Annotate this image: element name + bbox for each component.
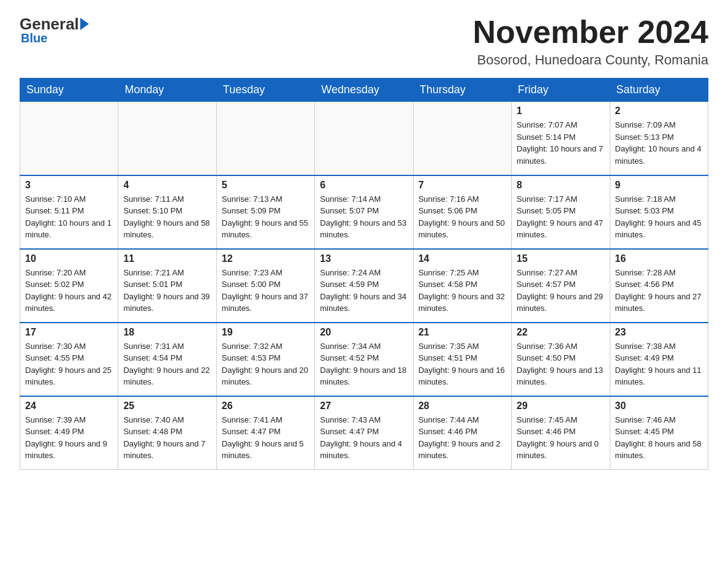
table-row: 29 Sunrise: 7:45 AMSunset: 4:46 PMDaylig…	[512, 396, 610, 470]
calendar-table: Sunday Monday Tuesday Wednesday Thursday…	[20, 78, 708, 470]
day-info: Sunrise: 7:36 AMSunset: 4:50 PMDaylight:…	[517, 342, 603, 387]
day-info: Sunrise: 7:25 AMSunset: 4:58 PMDaylight:…	[419, 268, 505, 313]
day-info: Sunrise: 7:14 AMSunset: 5:07 PMDaylight:…	[320, 194, 406, 240]
month-year-title: November 2024	[473, 15, 708, 50]
day-info: Sunrise: 7:43 AMSunset: 4:47 PMDaylight:…	[320, 415, 402, 461]
col-saturday: Saturday	[610, 79, 708, 102]
table-row: 18 Sunrise: 7:31 AMSunset: 4:54 PMDaylig…	[118, 323, 216, 396]
table-row: 6 Sunrise: 7:14 AMSunset: 5:07 PMDayligh…	[315, 175, 413, 249]
day-number: 15	[517, 253, 604, 264]
table-row	[20, 102, 118, 175]
week-row-4: 17 Sunrise: 7:30 AMSunset: 4:55 PMDaylig…	[20, 323, 708, 396]
table-row: 23 Sunrise: 7:38 AMSunset: 4:49 PMDaylig…	[610, 323, 708, 396]
col-wednesday: Wednesday	[315, 79, 413, 102]
day-number: 13	[320, 253, 408, 264]
table-row: 20 Sunrise: 7:34 AMSunset: 4:52 PMDaylig…	[315, 323, 413, 396]
table-row	[315, 102, 413, 175]
day-number: 14	[419, 253, 506, 264]
day-info: Sunrise: 7:28 AMSunset: 4:56 PMDaylight:…	[615, 268, 702, 313]
day-info: Sunrise: 7:10 AMSunset: 5:11 PMDaylight:…	[25, 194, 112, 240]
day-info: Sunrise: 7:07 AMSunset: 5:14 PMDaylight:…	[517, 120, 603, 166]
location-subtitle: Bosorod, Hunedoara County, Romania	[473, 52, 708, 68]
table-row: 22 Sunrise: 7:36 AMSunset: 4:50 PMDaylig…	[512, 323, 610, 396]
table-row: 10 Sunrise: 7:20 AMSunset: 5:02 PMDaylig…	[20, 249, 118, 323]
day-number: 25	[123, 400, 211, 412]
table-row: 11 Sunrise: 7:21 AMSunset: 5:01 PMDaylig…	[118, 249, 216, 323]
logo-arrow-icon	[80, 18, 89, 30]
day-info: Sunrise: 7:17 AMSunset: 5:05 PMDaylight:…	[517, 194, 603, 240]
table-row: 16 Sunrise: 7:28 AMSunset: 4:56 PMDaylig…	[610, 249, 708, 323]
day-number: 7	[419, 180, 506, 191]
table-row: 3 Sunrise: 7:10 AMSunset: 5:11 PMDayligh…	[20, 175, 118, 249]
day-number: 17	[25, 327, 113, 338]
day-number: 20	[320, 327, 408, 338]
table-row: 14 Sunrise: 7:25 AMSunset: 4:58 PMDaylig…	[413, 249, 511, 323]
table-row: 8 Sunrise: 7:17 AMSunset: 5:05 PMDayligh…	[512, 175, 610, 249]
table-row: 26 Sunrise: 7:41 AMSunset: 4:47 PMDaylig…	[216, 396, 314, 470]
table-row: 30 Sunrise: 7:46 AMSunset: 4:45 PMDaylig…	[610, 396, 708, 470]
day-info: Sunrise: 7:45 AMSunset: 4:46 PMDaylight:…	[517, 415, 599, 461]
day-number: 6	[320, 180, 408, 191]
week-row-2: 3 Sunrise: 7:10 AMSunset: 5:11 PMDayligh…	[20, 175, 708, 249]
day-number: 18	[123, 327, 211, 338]
day-info: Sunrise: 7:13 AMSunset: 5:09 PMDaylight:…	[222, 194, 308, 240]
table-row: 28 Sunrise: 7:44 AMSunset: 4:46 PMDaylig…	[413, 396, 511, 470]
day-info: Sunrise: 7:46 AMSunset: 4:45 PMDaylight:…	[615, 415, 702, 461]
day-number: 3	[25, 180, 113, 191]
day-number: 5	[222, 180, 309, 191]
day-number: 24	[25, 400, 113, 412]
table-row: 17 Sunrise: 7:30 AMSunset: 4:55 PMDaylig…	[20, 323, 118, 396]
week-row-5: 24 Sunrise: 7:39 AMSunset: 4:49 PMDaylig…	[20, 396, 708, 470]
col-tuesday: Tuesday	[216, 79, 314, 102]
day-info: Sunrise: 7:32 AMSunset: 4:53 PMDaylight:…	[222, 342, 308, 387]
table-row: 21 Sunrise: 7:35 AMSunset: 4:51 PMDaylig…	[413, 323, 511, 396]
day-info: Sunrise: 7:20 AMSunset: 5:02 PMDaylight:…	[25, 268, 112, 313]
day-number: 19	[222, 327, 309, 338]
table-row: 24 Sunrise: 7:39 AMSunset: 4:49 PMDaylig…	[20, 396, 118, 470]
day-info: Sunrise: 7:41 AMSunset: 4:47 PMDaylight:…	[222, 415, 304, 461]
table-row	[118, 102, 216, 175]
table-row: 27 Sunrise: 7:43 AMSunset: 4:47 PMDaylig…	[315, 396, 413, 470]
table-row: 4 Sunrise: 7:11 AMSunset: 5:10 PMDayligh…	[118, 175, 216, 249]
day-info: Sunrise: 7:16 AMSunset: 5:06 PMDaylight:…	[419, 194, 505, 240]
day-info: Sunrise: 7:23 AMSunset: 5:00 PMDaylight:…	[222, 268, 308, 313]
table-row	[413, 102, 511, 175]
day-info: Sunrise: 7:40 AMSunset: 4:48 PMDaylight:…	[123, 415, 205, 461]
logo-blue-text: Blue	[21, 31, 47, 45]
table-row: 7 Sunrise: 7:16 AMSunset: 5:06 PMDayligh…	[413, 175, 511, 249]
table-row: 19 Sunrise: 7:32 AMSunset: 4:53 PMDaylig…	[216, 323, 314, 396]
calendar-header-row: Sunday Monday Tuesday Wednesday Thursday…	[20, 79, 708, 102]
day-info: Sunrise: 7:39 AMSunset: 4:49 PMDaylight:…	[25, 415, 107, 461]
table-row: 13 Sunrise: 7:24 AMSunset: 4:59 PMDaylig…	[315, 249, 413, 323]
logo: General Blue	[20, 15, 89, 45]
col-monday: Monday	[118, 79, 216, 102]
col-friday: Friday	[512, 79, 610, 102]
table-row: 2 Sunrise: 7:09 AMSunset: 5:13 PMDayligh…	[610, 102, 708, 175]
table-row: 12 Sunrise: 7:23 AMSunset: 5:00 PMDaylig…	[216, 249, 314, 323]
day-info: Sunrise: 7:18 AMSunset: 5:03 PMDaylight:…	[615, 194, 702, 240]
day-number: 30	[615, 400, 703, 412]
table-row: 9 Sunrise: 7:18 AMSunset: 5:03 PMDayligh…	[610, 175, 708, 249]
day-number: 10	[25, 253, 113, 264]
day-number: 21	[419, 327, 506, 338]
table-row: 5 Sunrise: 7:13 AMSunset: 5:09 PMDayligh…	[216, 175, 314, 249]
table-row	[216, 102, 314, 175]
day-info: Sunrise: 7:34 AMSunset: 4:52 PMDaylight:…	[320, 342, 406, 387]
table-row: 15 Sunrise: 7:27 AMSunset: 4:57 PMDaylig…	[512, 249, 610, 323]
day-info: Sunrise: 7:27 AMSunset: 4:57 PMDaylight:…	[517, 268, 603, 313]
day-info: Sunrise: 7:11 AMSunset: 5:10 PMDaylight:…	[123, 194, 210, 240]
day-info: Sunrise: 7:44 AMSunset: 4:46 PMDaylight:…	[419, 415, 501, 461]
day-info: Sunrise: 7:09 AMSunset: 5:13 PMDaylight:…	[615, 120, 702, 166]
day-number: 2	[615, 105, 703, 117]
day-number: 27	[320, 400, 408, 412]
day-number: 23	[615, 327, 703, 338]
day-number: 8	[517, 180, 604, 191]
title-area: November 2024 Bosorod, Hunedoara County,…	[473, 15, 708, 68]
day-info: Sunrise: 7:30 AMSunset: 4:55 PMDaylight:…	[25, 342, 112, 387]
page-header: General Blue November 2024 Bosorod, Hune…	[20, 15, 708, 68]
day-number: 1	[517, 105, 604, 117]
day-info: Sunrise: 7:35 AMSunset: 4:51 PMDaylight:…	[419, 342, 505, 387]
day-number: 26	[222, 400, 309, 412]
day-number: 12	[222, 253, 309, 264]
col-sunday: Sunday	[20, 79, 118, 102]
